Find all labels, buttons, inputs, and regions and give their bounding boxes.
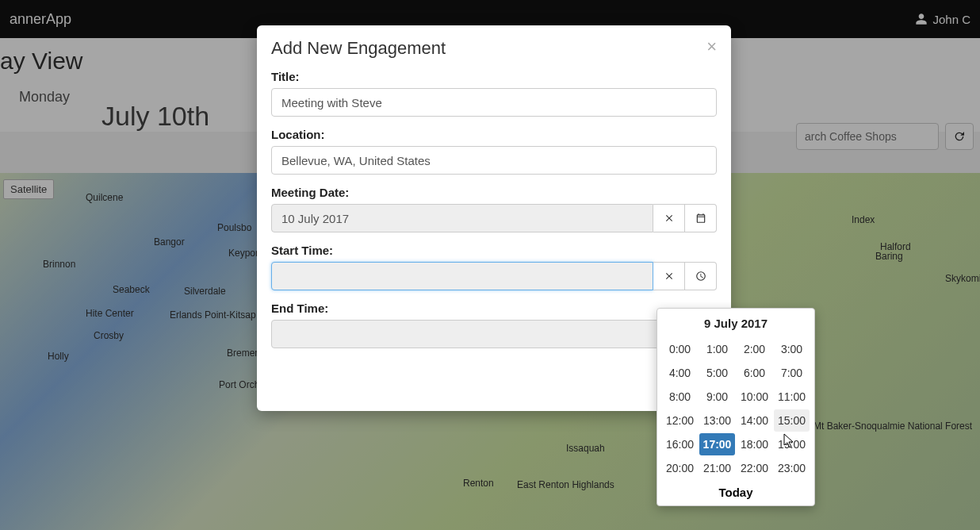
start-time-label: Start Time: [271, 244, 717, 257]
end-time-input[interactable] [271, 320, 685, 348]
time-option[interactable]: 10:00 [737, 386, 772, 408]
location-label: Location: [271, 128, 717, 141]
time-option[interactable]: 15:00 [774, 409, 810, 432]
time-option[interactable]: 21:00 [699, 457, 735, 479]
location-input[interactable] [271, 146, 717, 175]
meeting-date-label: Meeting Date: [271, 186, 717, 199]
time-option[interactable]: 7:00 [774, 362, 810, 384]
time-option[interactable]: 13:00 [699, 409, 735, 432]
time-option[interactable]: 18:00 [737, 433, 772, 455]
modal-header: Add New Engagement × [257, 25, 731, 67]
title-input[interactable] [271, 88, 717, 117]
time-option[interactable]: 5:00 [699, 362, 735, 384]
time-option[interactable]: 1:00 [699, 338, 735, 360]
time-option[interactable]: 22:00 [737, 457, 772, 479]
close-icon [664, 271, 675, 282]
time-option[interactable]: 16:00 [662, 433, 698, 455]
time-option[interactable]: 9:00 [699, 386, 735, 408]
time-option[interactable]: 14:00 [737, 409, 772, 432]
time-option[interactable]: 4:00 [662, 362, 698, 384]
clock-icon [695, 271, 706, 282]
time-option[interactable]: 0:00 [662, 338, 698, 360]
meeting-date-input[interactable] [271, 204, 653, 232]
time-option[interactable]: 20:00 [662, 457, 698, 479]
time-option[interactable]: 17:00 [699, 433, 735, 455]
close-icon[interactable]: × [706, 38, 717, 56]
open-calendar-button[interactable] [685, 204, 717, 232]
time-option[interactable]: 8:00 [662, 386, 698, 408]
time-option[interactable]: 11:00 [774, 386, 810, 408]
time-picker: 9 July 2017 0:001:002:003:004:005:006:00… [657, 308, 815, 506]
clear-start-time-button[interactable] [653, 262, 685, 290]
time-option[interactable]: 3:00 [774, 338, 810, 360]
time-option[interactable]: 23:00 [774, 457, 810, 479]
time-option[interactable]: 2:00 [737, 338, 772, 360]
time-option[interactable]: 12:00 [662, 409, 698, 432]
timepicker-today[interactable]: Today [662, 486, 810, 499]
open-start-time-button[interactable] [685, 262, 717, 290]
calendar-icon [695, 213, 706, 224]
clear-date-button[interactable] [653, 204, 685, 232]
time-option[interactable]: 6:00 [737, 362, 772, 384]
end-time-label: End Time: [271, 301, 717, 315]
time-option[interactable]: 19:00 [774, 433, 810, 455]
modal-title: Add New Engagement [271, 38, 446, 59]
timepicker-header[interactable]: 9 July 2017 [662, 317, 810, 330]
close-icon [664, 213, 675, 224]
title-label: Title: [271, 70, 717, 83]
start-time-input[interactable] [271, 262, 653, 290]
